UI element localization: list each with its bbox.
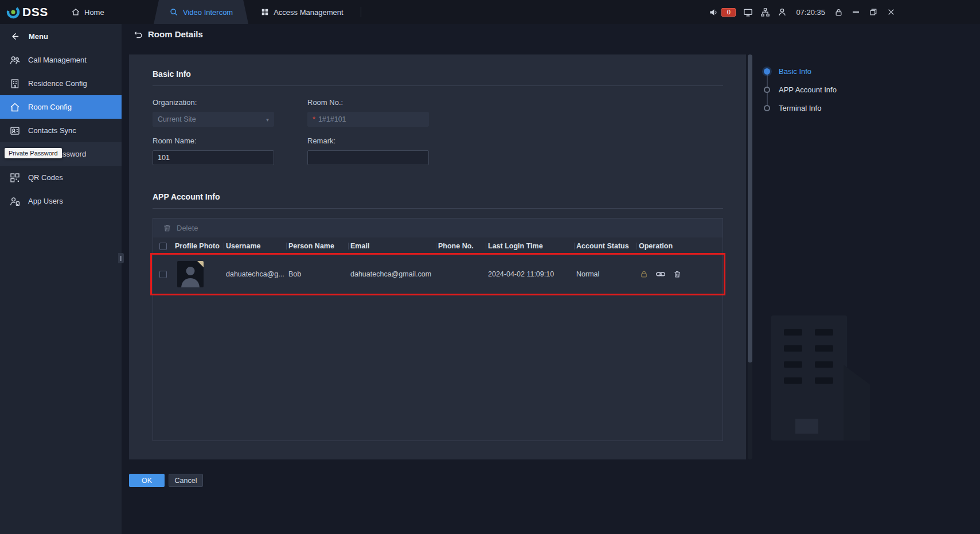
chevron-down-icon: ▾ <box>266 116 269 123</box>
step-app-account-info[interactable]: APP Account Info <box>764 80 913 99</box>
sidebar-item-residence-config[interactable]: Residence Config <box>0 72 122 95</box>
ok-button[interactable]: OK <box>129 474 165 487</box>
back-arrow-icon <box>10 32 20 41</box>
close-icon <box>887 8 895 16</box>
table-toolbar: Delete <box>153 219 723 237</box>
select-all-checkbox[interactable] <box>159 243 167 250</box>
user-icon <box>778 7 787 17</box>
col-profile-photo: Profile Photo <box>173 242 224 250</box>
app-account-table: Delete Profile Photo Username Person Nam… <box>153 218 723 441</box>
delete-icon <box>163 224 171 232</box>
menu-back-button[interactable]: Menu <box>0 24 122 48</box>
sidebar-item-label: Call Management <box>28 56 87 64</box>
step-terminal-info[interactable]: Terminal Info <box>764 99 913 117</box>
sidebar: Menu Call Management Residence Config Ro… <box>0 24 122 534</box>
sitemap-icon <box>760 7 770 17</box>
access-management-icon <box>261 8 269 16</box>
lock-screen-button[interactable] <box>834 8 843 17</box>
room-name-label: Room Name: <box>153 137 307 145</box>
tab-divider <box>361 7 361 17</box>
room-name-input[interactable] <box>153 150 274 165</box>
alarm-count-badge: 0 <box>721 8 736 17</box>
sidebar-nav: Call Management Residence Config Room Co… <box>0 48 122 213</box>
room-name-field: Room Name: <box>153 137 307 165</box>
step-navigator: Basic Info APP Account Info Terminal Inf… <box>764 62 913 117</box>
dss-logo-icon <box>6 5 21 20</box>
scrollbar-thumb[interactable] <box>748 54 752 363</box>
photo-corner-fold <box>197 261 204 267</box>
col-last-login: Last Login Time <box>486 242 574 250</box>
user-account-button[interactable] <box>778 7 787 17</box>
building-side-shape <box>844 365 870 441</box>
clock-time: 07:20:35 <box>796 8 825 17</box>
topbar-status-area: 0 07:20:35 <box>709 0 896 24</box>
app-users-icon <box>9 196 21 207</box>
col-person-name: Person Name <box>286 242 348 250</box>
room-no-value: 1#1#101 <box>318 115 346 123</box>
footer-buttons: OK Cancel <box>129 474 203 487</box>
lock-icon <box>834 8 843 17</box>
qr-codes-icon <box>9 172 21 184</box>
organization-select[interactable]: Current Site ▾ <box>153 112 274 127</box>
sidebar-item-label: Contacts Sync <box>28 126 76 135</box>
topbar: DSS Home Video Intercom Access Managemen… <box>0 0 980 24</box>
menu-label: Menu <box>29 32 48 41</box>
col-account-status: Account Status <box>574 242 637 250</box>
room-no-input: * 1#1#101 <box>307 112 429 127</box>
table-row: dahuatechca@g... Bob dahuatechca@gmail.c… <box>153 255 723 293</box>
organization-field: Organization: Current Site ▾ <box>153 98 307 127</box>
remark-input[interactable] <box>307 150 429 165</box>
table-empty-area <box>153 293 723 441</box>
remark-label: Remark: <box>307 137 723 145</box>
sidebar-item-app-users[interactable]: App Users <box>0 189 122 213</box>
trash-icon[interactable] <box>673 270 681 278</box>
vertical-scrollbar[interactable] <box>748 54 752 459</box>
basic-info-section-title: Basic Info <box>153 69 723 86</box>
sidebar-item-qr-codes[interactable]: QR Codes <box>0 166 122 189</box>
cancel-button[interactable]: Cancel <box>169 474 203 487</box>
building-shape <box>771 315 847 441</box>
delete-button[interactable]: Delete <box>177 224 198 232</box>
room-no-field: Room No.: * 1#1#101 <box>307 98 723 127</box>
room-no-label: Room No.: <box>307 98 723 107</box>
sidebar-item-label: Residence Config <box>28 79 87 88</box>
organization-label: Organization: <box>153 98 307 107</box>
system-topology-button[interactable] <box>760 7 770 17</box>
home-button[interactable]: Home <box>71 0 104 24</box>
return-icon[interactable] <box>134 30 143 39</box>
room-details-panel: Basic Info Organization: Current Site ▾ … <box>129 54 746 459</box>
step-dot <box>764 68 770 75</box>
profile-photo <box>177 261 204 287</box>
residence-config-icon <box>9 78 21 89</box>
tab-access-management[interactable]: Access Management <box>248 0 356 24</box>
tab-access-management-label: Access Management <box>274 8 343 17</box>
step-dot <box>764 105 770 111</box>
sidebar-item-call-management[interactable]: Call Management <box>0 48 122 72</box>
private-password-tooltip: Private Password <box>5 148 62 158</box>
alarm-center-button[interactable]: 0 <box>709 7 736 17</box>
basic-info-form: Organization: Current Site ▾ Room No.: *… <box>153 98 723 165</box>
step-basic-info[interactable]: Basic Info <box>764 62 913 80</box>
row-account-status: Normal <box>574 270 637 278</box>
restore-icon <box>869 8 877 16</box>
maximize-button[interactable] <box>868 7 879 17</box>
module-tabs: Video Intercom Access Management <box>154 0 361 24</box>
sidebar-collapse-handle[interactable] <box>118 253 124 263</box>
video-intercom-icon <box>169 7 178 17</box>
tab-video-intercom[interactable]: Video Intercom <box>154 0 248 24</box>
sidebar-item-contacts-sync[interactable]: Contacts Sync <box>0 119 122 142</box>
col-username: Username <box>224 242 286 250</box>
home-icon <box>71 7 80 17</box>
required-asterisk: * <box>313 115 315 123</box>
link-icon[interactable] <box>655 269 666 279</box>
monitor-icon <box>743 7 753 17</box>
monitor-wall-button[interactable] <box>743 7 753 17</box>
reset-password-lock-icon[interactable] <box>640 270 648 278</box>
sidebar-item-room-config[interactable]: Room Config <box>0 95 122 119</box>
speaker-icon <box>709 7 719 17</box>
building-door-shape <box>795 419 818 434</box>
minimize-button[interactable] <box>850 7 861 17</box>
room-config-icon <box>9 102 21 113</box>
close-button[interactable] <box>886 7 896 17</box>
row-checkbox[interactable] <box>159 271 167 278</box>
